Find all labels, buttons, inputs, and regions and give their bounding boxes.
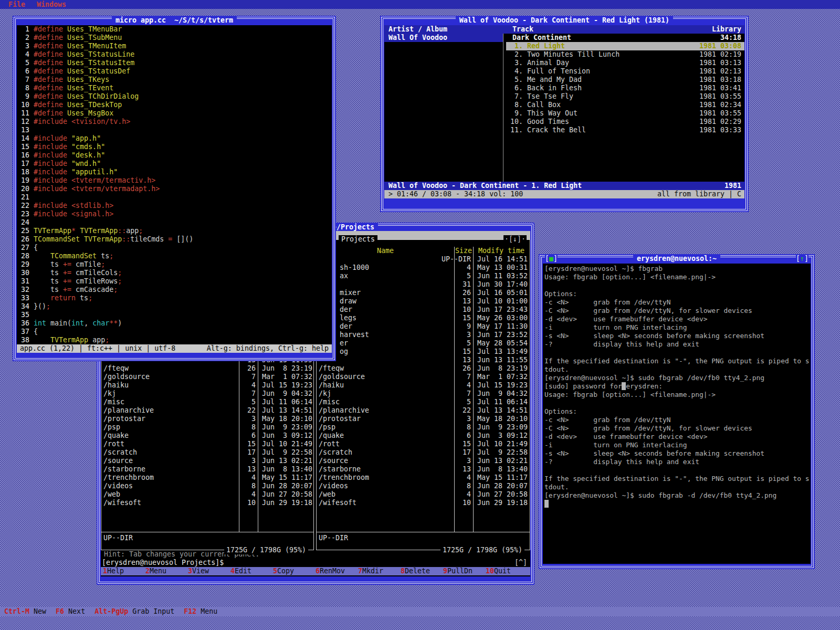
file-row[interactable]: /wifesoft10Jun 29 19:18 xyxy=(101,499,313,507)
mc-header-size[interactable]: Size xyxy=(454,247,473,255)
file-row[interactable]: /trenchbroom4May 15 11:17 xyxy=(101,474,313,482)
file-row[interactable]: ax5Jun 11 03:52 xyxy=(317,272,530,280)
status-key-hint[interactable]: Alt-PgUp Grab Input xyxy=(94,607,174,616)
file-row[interactable]: /protostar3May 18 20:10 xyxy=(101,415,313,423)
track-row[interactable]: 7. Tse Tse Fly1981 03:55 xyxy=(506,92,744,101)
code-line[interactable]: 26 TCommandSet TVTermApp::tileCmds = [](… xyxy=(17,235,332,244)
album-row[interactable]: Dark Continent 34:18 xyxy=(507,34,744,42)
mc-header-mtime[interactable]: Modify time xyxy=(473,247,530,255)
code-line[interactable]: 4 #define Uses_TStatusLine xyxy=(17,50,332,59)
code-line[interactable]: 8 #define Uses_TEvent xyxy=(17,84,332,92)
track-row[interactable]: 1. Red Light1981 03:08 xyxy=(506,42,744,50)
file-row[interactable]: /protostar3May 18 20:10 xyxy=(317,415,530,423)
code-line[interactable]: 6 #define Uses_TStatusDef xyxy=(17,67,332,76)
function-key-button[interactable]: 6RenMov xyxy=(316,567,358,575)
file-row[interactable]: sh-10004May 13 00:31 xyxy=(317,264,530,272)
code-line[interactable]: 24 xyxy=(17,218,332,227)
file-row[interactable]: /scratch17Jul 9 22:58 xyxy=(101,448,313,457)
file-row[interactable]: /source3Jun 13 02:21 xyxy=(317,457,530,465)
file-row[interactable]: /haiku4Jul 15 19:23 xyxy=(101,381,313,390)
code-line[interactable]: 3 #define Uses_TMenuItem xyxy=(17,42,332,50)
file-row[interactable]: draw13Jul 10 01:00 xyxy=(317,297,530,306)
file-row[interactable]: /goldsource7Mar 1 07:32 xyxy=(101,373,313,381)
file-row[interactable]: UP--DIRJul 16 14:51 xyxy=(317,255,530,264)
function-key-button[interactable]: 1Help xyxy=(103,567,145,575)
code-line[interactable]: 37 { xyxy=(17,328,332,336)
file-row[interactable]: /quake6Jun 3 09:12 xyxy=(317,432,530,440)
file-row[interactable]: /scratch17Jul 9 22:58 xyxy=(317,448,530,457)
file-row[interactable]: der10Jun 17 23:43 xyxy=(317,306,530,314)
code-line[interactable]: 1 #define Uses_TMenuBar xyxy=(17,25,332,34)
track-row[interactable]: 9. This Way Out1981 03:55 xyxy=(506,109,744,118)
code-line[interactable]: 10 #define Uses_TDeskTop xyxy=(17,101,332,109)
mc-scroll-marker[interactable]: ·[↓]· xyxy=(503,235,527,244)
code-line[interactable]: 32 ts += cmCascade; xyxy=(17,286,332,294)
file-row[interactable]: /quake6Jun 3 09:12 xyxy=(101,432,313,440)
code-line[interactable]: 5 #define Uses_TStatusItem xyxy=(17,59,332,67)
file-row[interactable]: /planarchive22Jul 13 14:51 xyxy=(317,406,530,415)
file-row[interactable]: /rott15Jul 10 21:49 xyxy=(101,440,313,448)
code-line[interactable]: 11 #define Uses_MsgBox xyxy=(17,109,332,118)
mc-history-button[interactable]: [^] xyxy=(514,559,527,567)
function-key-button[interactable]: 4Edit xyxy=(230,567,273,575)
file-row[interactable]: /web4Jun 27 20:58 xyxy=(317,490,530,499)
file-row[interactable]: mixer26Jul 16 05:01 xyxy=(317,289,530,297)
code-line[interactable]: 9 #define Uses_TChDirDialog xyxy=(17,92,332,101)
track-row[interactable]: 8. Call Box1981 02:34 xyxy=(506,101,744,109)
code-line[interactable]: 14 #include "app.h" xyxy=(17,134,332,143)
track-row[interactable]: 4. Full of Tension1981 02:13 xyxy=(506,67,744,76)
function-key-button[interactable]: 2Menu xyxy=(145,567,188,575)
mc-header-name[interactable]: Name xyxy=(317,247,454,255)
menu-file[interactable]: File xyxy=(8,1,25,8)
file-row[interactable]: 31Jun 30 17:40 xyxy=(317,280,530,289)
file-row[interactable]: /misc5Jul 11 06:14 xyxy=(317,398,530,406)
mc-command-line[interactable]: [erysdren@nuevosol Projects]$ xyxy=(102,559,224,567)
file-row[interactable]: /starborne13Jun 8 13:40 xyxy=(317,465,530,474)
file-row[interactable]: /videos8Jun 28 20:07 xyxy=(101,482,313,490)
code-line[interactable]: 21 xyxy=(17,193,332,202)
code-line[interactable]: 2 #define Uses_TSubMenu xyxy=(17,34,332,42)
function-key-button[interactable]: 5Copy xyxy=(273,567,316,575)
code-line[interactable]: 16 #include "desk.h" xyxy=(17,151,332,160)
file-row[interactable]: 13Jun 13 11:55 xyxy=(317,356,530,364)
track-row[interactable]: 10. Good Times1981 02:29 xyxy=(506,118,744,126)
code-line[interactable]: 18 #include "apputil.h" xyxy=(17,168,332,176)
code-line[interactable]: 38 TVTermApp app; xyxy=(17,336,332,344)
track-row[interactable]: 2. Two Minutes Till Lunch1981 02:19 xyxy=(506,50,744,59)
status-key-hint[interactable]: F6 Next xyxy=(56,607,85,616)
file-row[interactable]: /trenchbroom4May 15 11:17 xyxy=(317,474,530,482)
window-micro-editor[interactable]: micro app.cc ~/S/t/s/tvterm 1 #define Us… xyxy=(13,16,336,361)
function-key-button[interactable]: 8Delete xyxy=(401,567,443,575)
code-line[interactable]: 23 #include <signal.h> xyxy=(17,210,332,218)
code-line[interactable]: 31 ts += cmTileRows; xyxy=(17,277,332,286)
window-music-player[interactable]: Wall of Voodoo - Dark Continent - Red Li… xyxy=(380,16,749,212)
file-row[interactable]: /psp8Jun 9 23:09 xyxy=(101,423,313,432)
file-row[interactable]: og15Jul 13 13:49 xyxy=(317,348,530,356)
code-line[interactable]: 7 #define Uses_TKeys xyxy=(17,76,332,84)
file-row[interactable]: er5May 28 05:54 xyxy=(317,339,530,348)
code-line[interactable]: 33 return ts; xyxy=(17,294,332,302)
track-row[interactable]: 3. Animal Day1981 03:13 xyxy=(506,59,744,67)
file-row[interactable]: /fteqw26Jun 8 23:19 xyxy=(101,364,313,373)
code-line[interactable]: 22 #include <stdlib.h> xyxy=(17,202,332,210)
file-row[interactable]: legs15May 26 03:00 xyxy=(317,314,530,322)
artist-row-selected[interactable]: Wall Of Voodoo xyxy=(384,34,503,42)
file-row[interactable]: /planarchive22Jul 13 14:51 xyxy=(101,406,313,415)
file-row[interactable]: /goldsource7Mar 1 07:32 xyxy=(317,373,530,381)
file-row[interactable]: harvest3Jun 17 23:52 xyxy=(317,331,530,339)
mc-panel-title[interactable]: Projects xyxy=(339,235,377,244)
code-line[interactable]: 36 int main(int, char**) xyxy=(17,319,332,328)
file-row[interactable]: /psp8Jun 9 23:09 xyxy=(317,423,530,432)
code-line[interactable]: 25 TVTermApp* TVTermApp::app; xyxy=(17,227,332,235)
micro-editor-area[interactable]: 1 #define Uses_TMenuBar 2 #define Uses_T… xyxy=(17,25,332,353)
track-row[interactable]: 5. Me and My Dad1981 03:18 xyxy=(506,76,744,84)
file-row[interactable]: /haiku4Jul 15 19:23 xyxy=(317,381,530,390)
function-key-button[interactable]: 7Mkdir xyxy=(358,567,401,575)
code-line[interactable]: 28 TCommandSet ts; xyxy=(17,252,332,260)
file-row[interactable]: /videos8Jun 28 20:07 xyxy=(317,482,530,490)
function-key-button[interactable]: 9PullDn xyxy=(443,567,486,575)
code-line[interactable]: 30 ts += cmTileCols; xyxy=(17,269,332,277)
close-button[interactable]: [■] xyxy=(545,255,558,263)
file-row[interactable]: /kj7Jun 9 04:32 xyxy=(101,390,313,398)
function-key-button[interactable]: 10Quit xyxy=(486,567,528,575)
